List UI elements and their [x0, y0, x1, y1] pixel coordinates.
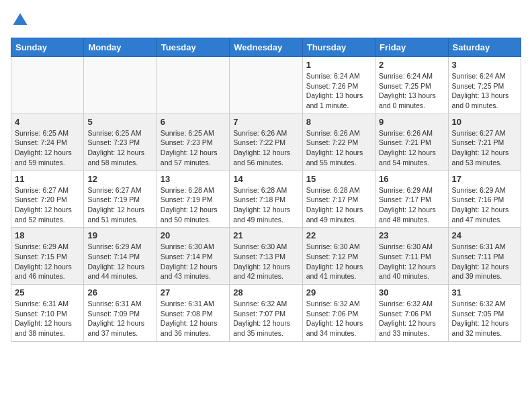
cell-info: Sunrise: 6:29 AM Sunset: 7:17 PM Dayligh… — [379, 185, 444, 225]
cal-cell-24: 24Sunrise: 6:31 AM Sunset: 7:11 PM Dayli… — [448, 228, 521, 285]
day-number: 18 — [15, 230, 80, 240]
cell-info: Sunrise: 6:30 AM Sunset: 7:13 PM Dayligh… — [233, 242, 298, 281]
cell-info: Sunrise: 6:29 AM Sunset: 7:14 PM Dayligh… — [87, 242, 152, 281]
cal-cell-13: 13Sunrise: 6:28 AM Sunset: 7:19 PM Dayli… — [157, 171, 229, 228]
cell-info: Sunrise: 6:32 AM Sunset: 7:05 PM Dayligh… — [452, 299, 517, 338]
day-number: 25 — [15, 287, 80, 298]
cell-info: Sunrise: 6:26 AM Sunset: 7:22 PM Dayligh… — [306, 128, 371, 168]
cell-info: Sunrise: 6:24 AM Sunset: 7:26 PM Dayligh… — [306, 71, 371, 111]
cal-cell-17: 17Sunrise: 6:29 AM Sunset: 7:16 PM Dayli… — [448, 171, 521, 228]
cal-cell-23: 23Sunrise: 6:30 AM Sunset: 7:11 PM Dayli… — [375, 228, 448, 285]
day-number: 9 — [379, 117, 444, 127]
cal-cell-21: 21Sunrise: 6:30 AM Sunset: 7:13 PM Dayli… — [230, 228, 302, 285]
cell-info: Sunrise: 6:27 AM Sunset: 7:20 PM Dayligh… — [15, 185, 80, 225]
day-number: 30 — [379, 287, 444, 298]
cal-cell-30: 30Sunrise: 6:32 AM Sunset: 7:06 PM Dayli… — [375, 285, 448, 342]
cal-cell-15: 15Sunrise: 6:28 AM Sunset: 7:17 PM Dayli… — [302, 171, 375, 228]
day-number: 5 — [87, 117, 152, 127]
cal-cell-31: 31Sunrise: 6:32 AM Sunset: 7:05 PM Dayli… — [448, 285, 521, 342]
cell-info: Sunrise: 6:26 AM Sunset: 7:22 PM Dayligh… — [233, 128, 298, 168]
calendar-table: SundayMondayTuesdayWednesdayThursdayFrid… — [11, 38, 521, 342]
day-number: 23 — [379, 230, 444, 240]
day-header-wednesday: Wednesday — [230, 38, 302, 57]
cal-cell-3: 3Sunrise: 6:24 AM Sunset: 7:25 PM Daylig… — [448, 57, 521, 114]
day-number: 26 — [87, 287, 152, 298]
cal-cell-29: 29Sunrise: 6:32 AM Sunset: 7:06 PM Dayli… — [302, 285, 375, 342]
cal-cell-8: 8Sunrise: 6:26 AM Sunset: 7:22 PM Daylig… — [302, 113, 375, 171]
cal-cell-10: 10Sunrise: 6:27 AM Sunset: 7:21 PM Dayli… — [448, 113, 521, 171]
cell-info: Sunrise: 6:24 AM Sunset: 7:25 PM Dayligh… — [379, 71, 444, 111]
day-header-monday: Monday — [84, 38, 157, 57]
cell-info: Sunrise: 6:32 AM Sunset: 7:06 PM Dayligh… — [306, 299, 371, 338]
cal-cell-26: 26Sunrise: 6:31 AM Sunset: 7:09 PM Dayli… — [84, 285, 157, 342]
day-number: 1 — [306, 60, 371, 70]
cell-info: Sunrise: 6:25 AM Sunset: 7:23 PM Dayligh… — [161, 128, 226, 168]
day-number: 11 — [15, 174, 80, 184]
cell-info: Sunrise: 6:25 AM Sunset: 7:23 PM Dayligh… — [87, 128, 152, 168]
day-number: 4 — [15, 117, 80, 127]
cal-cell-12: 12Sunrise: 6:27 AM Sunset: 7:19 PM Dayli… — [84, 171, 157, 228]
day-number: 22 — [306, 230, 371, 240]
cal-cell-1: 1Sunrise: 6:24 AM Sunset: 7:26 PM Daylig… — [302, 57, 375, 114]
cal-cell-20: 20Sunrise: 6:30 AM Sunset: 7:14 PM Dayli… — [157, 228, 229, 285]
cell-info: Sunrise: 6:29 AM Sunset: 7:16 PM Dayligh… — [452, 185, 517, 225]
cal-cell-7: 7Sunrise: 6:26 AM Sunset: 7:22 PM Daylig… — [230, 113, 302, 171]
cal-cell-6: 6Sunrise: 6:25 AM Sunset: 7:23 PM Daylig… — [157, 113, 229, 171]
day-header-saturday: Saturday — [448, 38, 521, 57]
page-header — [11, 11, 521, 30]
day-number: 28 — [233, 287, 298, 298]
day-number: 15 — [306, 174, 371, 184]
cal-cell-empty — [11, 57, 84, 114]
cal-cell-14: 14Sunrise: 6:28 AM Sunset: 7:18 PM Dayli… — [230, 171, 302, 228]
day-number: 7 — [233, 117, 298, 127]
cal-cell-2: 2Sunrise: 6:24 AM Sunset: 7:25 PM Daylig… — [375, 57, 448, 114]
day-header-friday: Friday — [375, 38, 448, 57]
cell-info: Sunrise: 6:31 AM Sunset: 7:11 PM Dayligh… — [452, 242, 517, 281]
day-number: 27 — [161, 287, 226, 298]
cell-info: Sunrise: 6:31 AM Sunset: 7:09 PM Dayligh… — [87, 299, 152, 338]
day-number: 14 — [233, 174, 298, 184]
cell-info: Sunrise: 6:30 AM Sunset: 7:11 PM Dayligh… — [379, 242, 444, 281]
day-header-sunday: Sunday — [11, 38, 84, 57]
cal-cell-25: 25Sunrise: 6:31 AM Sunset: 7:10 PM Dayli… — [11, 285, 84, 342]
day-number: 3 — [452, 60, 517, 70]
day-number: 6 — [161, 117, 226, 127]
cal-cell-19: 19Sunrise: 6:29 AM Sunset: 7:14 PM Dayli… — [84, 228, 157, 285]
day-number: 21 — [233, 230, 298, 240]
cal-cell-5: 5Sunrise: 6:25 AM Sunset: 7:23 PM Daylig… — [84, 113, 157, 171]
day-number: 29 — [306, 287, 371, 298]
day-header-thursday: Thursday — [302, 38, 375, 57]
day-header-tuesday: Tuesday — [157, 38, 229, 57]
logo — [11, 11, 32, 30]
day-number: 20 — [161, 230, 226, 240]
cal-cell-4: 4Sunrise: 6:25 AM Sunset: 7:24 PM Daylig… — [11, 113, 84, 171]
cell-info: Sunrise: 6:26 AM Sunset: 7:21 PM Dayligh… — [379, 128, 444, 168]
cal-cell-empty — [157, 57, 229, 114]
day-number: 12 — [87, 174, 152, 184]
cell-info: Sunrise: 6:28 AM Sunset: 7:19 PM Dayligh… — [161, 185, 226, 225]
cell-info: Sunrise: 6:24 AM Sunset: 7:25 PM Dayligh… — [452, 71, 517, 111]
day-number: 2 — [379, 60, 444, 70]
day-number: 24 — [452, 230, 517, 240]
cell-info: Sunrise: 6:32 AM Sunset: 7:07 PM Dayligh… — [233, 299, 298, 338]
cal-cell-empty — [84, 57, 157, 114]
day-number: 17 — [452, 174, 517, 184]
cal-cell-18: 18Sunrise: 6:29 AM Sunset: 7:15 PM Dayli… — [11, 228, 84, 285]
logo-icon — [11, 11, 30, 30]
svg-marker-0 — [13, 13, 28, 26]
day-number: 19 — [87, 230, 152, 240]
cal-cell-11: 11Sunrise: 6:27 AM Sunset: 7:20 PM Dayli… — [11, 171, 84, 228]
cal-cell-28: 28Sunrise: 6:32 AM Sunset: 7:07 PM Dayli… — [230, 285, 302, 342]
cell-info: Sunrise: 6:28 AM Sunset: 7:17 PM Dayligh… — [306, 185, 371, 225]
day-number: 13 — [161, 174, 226, 184]
cell-info: Sunrise: 6:27 AM Sunset: 7:21 PM Dayligh… — [452, 128, 517, 168]
cal-cell-empty — [230, 57, 302, 114]
cell-info: Sunrise: 6:30 AM Sunset: 7:12 PM Dayligh… — [306, 242, 371, 281]
cell-info: Sunrise: 6:32 AM Sunset: 7:06 PM Dayligh… — [379, 299, 444, 338]
cell-info: Sunrise: 6:29 AM Sunset: 7:15 PM Dayligh… — [15, 242, 80, 281]
cal-cell-9: 9Sunrise: 6:26 AM Sunset: 7:21 PM Daylig… — [375, 113, 448, 171]
cell-info: Sunrise: 6:30 AM Sunset: 7:14 PM Dayligh… — [161, 242, 226, 281]
day-number: 10 — [452, 117, 517, 127]
cal-cell-16: 16Sunrise: 6:29 AM Sunset: 7:17 PM Dayli… — [375, 171, 448, 228]
cell-info: Sunrise: 6:25 AM Sunset: 7:24 PM Dayligh… — [15, 128, 80, 168]
